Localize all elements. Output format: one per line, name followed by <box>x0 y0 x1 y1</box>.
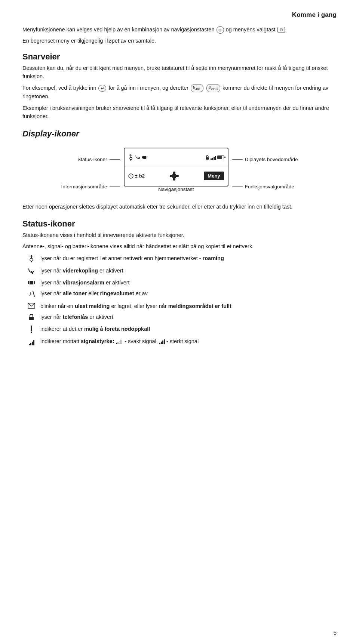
call-forward-icon <box>135 155 140 160</box>
display-screen: ± b2 Meny <box>124 148 228 187</box>
line-info <box>110 187 120 187</box>
funksjon-label: Funksjonsvalgområde <box>232 184 294 189</box>
list-item: lyser når du er registrert i et annet ne… <box>22 255 337 265</box>
lock-icon-small <box>205 155 209 160</box>
svg-rect-24 <box>31 332 32 333</box>
screen-mockup: ± b2 Meny Navigasjonstast <box>124 148 228 199</box>
line-status <box>110 159 120 160</box>
svg-rect-22 <box>29 317 34 320</box>
vibration-icon <box>142 155 148 160</box>
screen-signal-battery <box>205 155 224 160</box>
status-ikoner-label: Status-ikoner <box>77 157 120 162</box>
lock-status-icon <box>22 313 40 323</box>
snarveier-para2: For eksempel, ved å trykke inn ↩ for å g… <box>22 84 337 101</box>
svg-rect-4 <box>143 156 146 159</box>
page-number: 5 <box>334 629 337 636</box>
select-key-icon: ⊡ <box>277 27 285 33</box>
svg-rect-16 <box>30 281 33 284</box>
info-label: Informasjonsområde <box>61 184 120 189</box>
right-diagram-labels: Diplayets hovedområde Funksjonsvalgområd… <box>232 157 298 189</box>
toner-icon: ♪ <box>22 290 40 300</box>
svg-rect-23 <box>31 326 32 331</box>
status-para1: Status-ikonene vises i henhold til innev… <box>22 231 337 239</box>
list-item: indikerer mottatt signalstyrke: - svakt … <box>22 338 337 346</box>
snarveier-title: Snarveier <box>22 52 337 62</box>
after-diagram-para: Etter noen operasjoner slettes displayet… <box>22 203 337 211</box>
svg-rect-3 <box>131 159 131 161</box>
status-para2: Antenne-, signal- og batteri-ikonene vis… <box>22 242 337 250</box>
list-item: ♪ lyser når alle toner eller ringevolume… <box>22 290 337 300</box>
svg-rect-18 <box>34 281 35 284</box>
antenna-icon <box>128 154 134 161</box>
svg-rect-12 <box>31 255 32 258</box>
key-5jkl: 5JKL <box>191 84 203 92</box>
status-icon-list: lyser når du er registrert i et annet ne… <box>22 255 337 346</box>
snarveier-para1: Dessuten kan du, når du er blitt kjent m… <box>22 64 337 81</box>
svg-rect-11 <box>172 174 176 178</box>
svg-point-14 <box>30 258 33 261</box>
nav-cross-icon <box>169 171 180 181</box>
svg-rect-17 <box>28 281 29 284</box>
clock-icon <box>128 173 134 179</box>
svg-rect-5 <box>142 156 143 158</box>
list-item: indikerer at det er mulig å foreta nødop… <box>22 325 337 336</box>
header-title: Komme i gang <box>292 11 337 18</box>
battery-icon <box>217 155 224 159</box>
intro-para2: En begrenset meny er tilgjengelig i løpe… <box>22 37 337 45</box>
svg-rect-7 <box>206 157 209 160</box>
list-item: lyser når viderekopling er aktivert <box>22 267 337 277</box>
snarveier-para3: Eksempler i bruksanvisningen bruker snar… <box>22 104 337 121</box>
nav-key-icon: ☺ <box>217 26 224 34</box>
line-funksjon <box>232 187 243 187</box>
signal-bars-icon <box>211 155 216 160</box>
emergency-icon <box>22 325 40 336</box>
display-ikoner-title: Display-ikoner <box>22 129 337 139</box>
svg-line-20 <box>33 291 34 296</box>
list-item: lyser når telefonlås er aktivert <box>22 313 337 323</box>
forward-icon <box>22 267 40 277</box>
page-title: Komme i gang <box>22 11 337 19</box>
menu-button: Meny <box>204 172 224 180</box>
roaming-icon <box>22 255 40 265</box>
screen-bottom-area: ± b2 Meny <box>125 166 228 186</box>
nav-label-below: Navigasjonstast <box>124 187 228 192</box>
svg-rect-15 <box>31 261 32 262</box>
status-ikoner-section-title: Status-ikoner <box>22 219 337 229</box>
screen-top-area <box>125 148 228 166</box>
message-icon <box>22 302 40 311</box>
svg-rect-0 <box>131 154 131 157</box>
screen-status-icons <box>128 154 148 161</box>
screen-info-area: ± b2 <box>128 173 145 179</box>
list-item: blinker når en ulest melding er lagret, … <box>22 302 337 311</box>
display-diagram: Status-ikoner Informasjonsområde <box>22 148 337 199</box>
display-label: Diplayets hovedområde <box>232 157 298 162</box>
list-item: lyser når vibrasjonsalarm er aktivert <box>22 279 337 288</box>
svg-rect-6 <box>147 156 147 158</box>
intro-para1: Menyfunksjonene kan velges ved hjelp av … <box>22 25 337 34</box>
svg-text:♪: ♪ <box>29 290 32 297</box>
enter-key: ↩ <box>98 85 106 92</box>
line-display <box>232 159 243 160</box>
signal-strength-icon <box>22 338 40 346</box>
left-diagram-labels: Status-ikoner Informasjonsområde <box>61 157 120 189</box>
key-2abc: 2ABC <box>206 84 220 92</box>
vibration-status-icon <box>22 279 40 288</box>
roaming-antenna-icon <box>28 255 35 262</box>
nav-cross-svg <box>169 171 180 181</box>
